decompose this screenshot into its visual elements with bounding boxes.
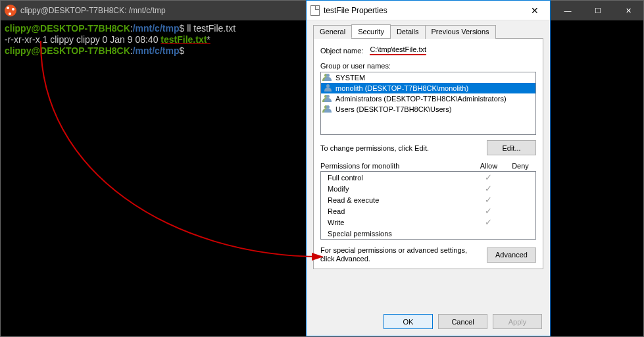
tab-strip: General Security Details Previous Versio… [313, 24, 543, 39]
allow-check-icon: ✓ [472, 195, 504, 205]
permission-row: Read ✓ [321, 205, 535, 217]
permission-row: Special permissions [321, 228, 535, 239]
object-name-value: C:\tmp\testFile.txt [370, 45, 426, 55]
list-item-label: SYSTEM [335, 74, 365, 82]
tab-details[interactable]: Details [390, 25, 426, 39]
cancel-button[interactable]: Cancel [438, 314, 487, 329]
permissions-for-label: Permissions for monolith [320, 162, 473, 170]
terminal-minimize-button[interactable]: — [553, 1, 583, 20]
ok-button[interactable]: OK [384, 314, 433, 329]
permission-name: Special permissions [328, 230, 472, 238]
allow-check-icon: ✓ [472, 172, 504, 182]
allow-check-icon: ✓ [472, 206, 504, 216]
list-item[interactable]: SYSTEM [321, 72, 535, 83]
tab-general[interactable]: General [313, 25, 352, 39]
terminal-maximize-button[interactable]: ☐ [583, 1, 613, 20]
list-item-label: monolith (DESKTOP-T7BH8CK\monolith) [335, 84, 468, 92]
permission-row: Modify ✓ [321, 183, 535, 194]
permission-name: Read & execute [328, 196, 472, 204]
tab-security[interactable]: Security [351, 24, 391, 38]
column-allow: Allow [473, 162, 505, 170]
dialog-close-button[interactable]: ✕ [520, 1, 550, 20]
list-item-label: Users (DESKTOP-T7BH8CK\Users) [335, 105, 451, 113]
properties-dialog: testFile Properties ✕ General Security D… [306, 0, 551, 336]
groups-icon [324, 74, 333, 82]
groups-icon [324, 95, 333, 103]
allow-check-icon: ✓ [472, 217, 504, 227]
group-user-label: Group or user names: [320, 62, 536, 70]
prompt-dollar-2: $ [179, 45, 184, 56]
groups-icon [324, 105, 333, 113]
prompt-dollar: $ [179, 23, 184, 34]
permission-row: Full control ✓ [321, 172, 535, 183]
advanced-button[interactable]: Advanced [487, 247, 536, 263]
list-item-label: Administrators (DESKTOP-T7BH8CK\Administ… [335, 95, 507, 103]
list-item[interactable]: Users (DESKTOP-T7BH8CK\Users) [321, 104, 535, 115]
ls-output-star: * [207, 34, 210, 45]
ls-output-file: testFile.txt [161, 34, 207, 45]
permission-name: Read [328, 207, 472, 215]
command-1: ll testFile.txt [187, 23, 235, 34]
prompt-path: /mnt/c/tmp [133, 23, 180, 34]
group-user-listbox[interactable]: SYSTEM monolith (DESKTOP-T7BH8CK\monolit… [320, 72, 536, 135]
permission-name: Write [328, 219, 472, 226]
edit-button[interactable]: Edit... [487, 140, 536, 155]
apply-button[interactable]: Apply [493, 314, 542, 329]
permission-row-write: Write ✓ [321, 217, 535, 228]
prompt-user-2: clippy@DESKTOP-T7BH8CK [5, 45, 130, 56]
security-tab-panel: Object name: C:\tmp\testFile.txt Group o… [313, 39, 543, 269]
dialog-titlebar[interactable]: testFile Properties ✕ [307, 1, 550, 20]
advanced-hint: For special permissions or advanced sett… [320, 246, 472, 263]
user-icon [324, 84, 333, 92]
object-name-label: Object name: [320, 47, 363, 55]
file-icon [310, 5, 320, 16]
permission-name: Full control [328, 174, 472, 182]
prompt-user: clippy@DESKTOP-T7BH8CK [5, 23, 130, 34]
ubuntu-icon [5, 5, 16, 16]
list-item[interactable]: Administrators (DESKTOP-T7BH8CK\Administ… [321, 93, 535, 104]
allow-check-icon: ✓ [472, 184, 504, 194]
dialog-title: testFile Properties [324, 6, 520, 15]
list-item[interactable]: monolith (DESKTOP-T7BH8CK\monolith) [321, 83, 535, 93]
ls-output-perms: -r-xr-xr-x 1 clippy clippy 0 Jan 9 08:40 [5, 34, 161, 45]
terminal-close-button[interactable]: ✕ [613, 1, 643, 20]
change-permissions-hint: To change permissions, click Edit. [320, 144, 429, 152]
permissions-table: Full control ✓ Modify ✓ Read & execute ✓… [320, 171, 536, 240]
permission-row: Read & execute ✓ [321, 194, 535, 205]
column-deny: Deny [505, 162, 536, 170]
tab-previous-versions[interactable]: Previous Versions [425, 25, 496, 39]
prompt-path-2: /mnt/c/tmp [133, 45, 180, 56]
permission-name: Modify [328, 185, 472, 193]
